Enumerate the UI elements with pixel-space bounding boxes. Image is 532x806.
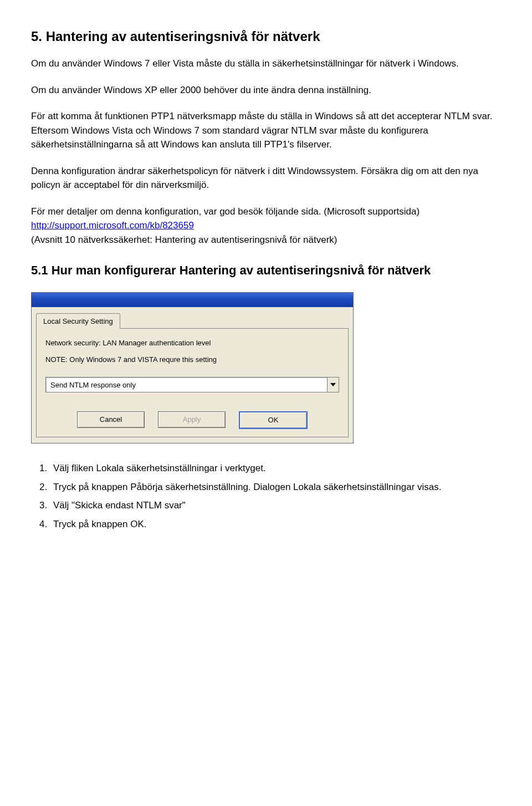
paragraph: Denna konfiguration ändrar säkerhetspoli…: [31, 164, 501, 192]
paragraph-text: För att komma åt funktionen PTP1 nätverk…: [31, 111, 492, 121]
paragraph: Om du använder Windows 7 eller Vista mås…: [31, 57, 501, 71]
dialog-panel: Network security: LAN Manager authentica…: [36, 328, 349, 437]
paragraph-text: Eftersom Windows Vista och Windows 7 som…: [31, 125, 428, 150]
subsection-heading: 5.1 Hur man konfigurerar Hantering av au…: [31, 262, 501, 279]
dialog-titlebar: [32, 293, 353, 307]
paragraph: För mer detaljer om denna konfiguration,…: [31, 205, 501, 247]
apply-button[interactable]: Apply: [158, 411, 226, 428]
list-item: Välj fliken Lokala säkerhetsinställninga…: [50, 461, 501, 476]
chevron-down-icon[interactable]: [327, 378, 339, 392]
auth-level-dropdown[interactable]: Send NTLM response only: [45, 377, 339, 392]
section-heading: 5. Hantering av autentiseringsnivå för n…: [31, 27, 501, 47]
paragraph-text: (Avsnitt 10 nätverkssäkerhet: Hantering …: [31, 234, 337, 245]
dropdown-value: Send NTLM response only: [46, 378, 327, 392]
list-item: Tryck på knappen OK.: [50, 517, 501, 532]
support-link[interactable]: http://support.microsoft.com/kb/823659: [31, 220, 194, 231]
tab-local-security[interactable]: Local Security Setting: [36, 313, 120, 329]
svg-marker-0: [330, 383, 336, 386]
paragraph-text: För mer detaljer om denna konfiguration,…: [31, 206, 420, 217]
dialog-screenshot: Local Security Setting Network security:…: [31, 292, 354, 444]
list-item: Välj "Skicka endast NTLM svar": [50, 498, 501, 513]
paragraph: För att komma åt funktionen PTP1 nätverk…: [31, 109, 501, 152]
cancel-button[interactable]: Cancel: [77, 411, 145, 428]
paragraph: Om du använder Windows XP eller 2000 beh…: [31, 83, 501, 98]
ok-button[interactable]: OK: [239, 411, 308, 429]
dialog-tab-row: Local Security Setting: [32, 307, 353, 329]
dialog-button-row: Cancel Apply OK: [45, 411, 339, 429]
dialog-note: NOTE: Only Windows 7 and VISTA requre th…: [45, 354, 339, 365]
steps-list: Välj fliken Lokala säkerhetsinställninga…: [31, 461, 501, 531]
list-item: Tryck på knappen Påbörja säkerhetsinstäl…: [50, 480, 501, 494]
dialog-field-label: Network security: LAN Manager authentica…: [45, 338, 339, 349]
